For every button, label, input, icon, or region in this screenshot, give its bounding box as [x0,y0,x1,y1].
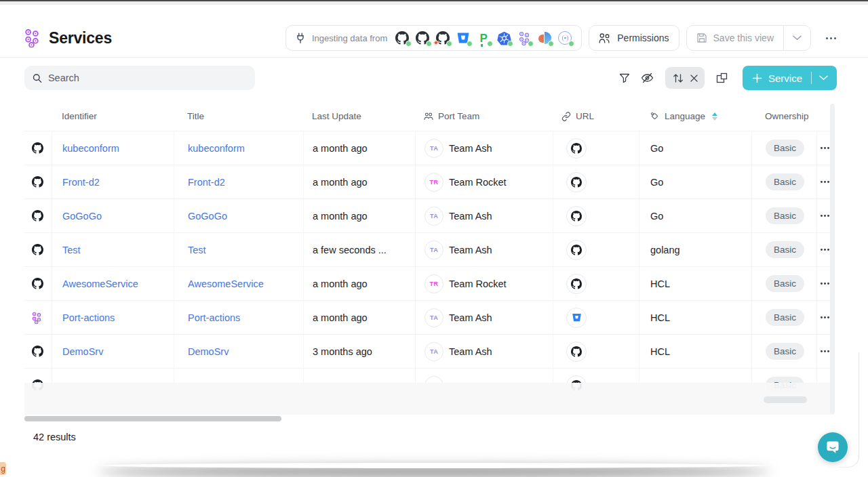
github-icon [571,245,582,255]
table-row[interactable]: DemoSrv DemoSrv 3 months ago TATeam Ash … [24,334,833,368]
url-github-button[interactable] [566,206,587,226]
table-row[interactable]: kubeconform kubeconform a month ago TATe… [24,131,833,165]
column-header-title[interactable]: Title [187,111,204,121]
github-exporter-source-icon[interactable] [435,30,450,45]
status-dot [426,41,432,47]
identifier-link[interactable]: DemoSrv [62,346,103,357]
webhook-source-icon[interactable] [557,30,572,45]
title-link[interactable]: Port-actions [188,312,240,323]
row-more-menu-button[interactable] [821,181,829,183]
title-link[interactable]: AwesomeService [188,278,264,289]
row-more-menu-button[interactable] [821,350,829,352]
permissions-button[interactable]: Permissions [589,25,679,51]
github-icon [571,211,582,222]
github-icon [32,176,43,188]
kubernetes-source-icon[interactable] [496,30,511,45]
search-box[interactable] [24,66,255,90]
clear-sort-icon[interactable] [690,75,698,82]
column-header-ownership[interactable]: Ownership [765,111,809,121]
column-header-identifier[interactable]: Identifier [62,111,97,121]
header-actions: Ingesting data from [285,25,841,51]
bitbucket-source-icon[interactable] [456,30,471,45]
identifier-link[interactable]: Front-d2 [62,177,100,188]
team-avatar: TA [425,139,443,158]
property-icon [650,111,660,121]
title-link[interactable]: DemoSrv [188,346,229,357]
title-link[interactable]: Test [188,245,206,255]
row-more-menu-button[interactable] [821,249,829,251]
github-source-icon[interactable] [395,30,410,45]
insights-source-icon[interactable] [537,30,552,45]
page-more-menu-button[interactable] [821,28,841,48]
save-icon [696,33,707,43]
port-source-icon[interactable] [517,30,532,45]
status-dot [446,41,452,47]
title-link[interactable]: kubeconform [188,143,245,154]
plug-icon [295,33,306,44]
identifier-link[interactable]: GoGoGo [62,211,102,222]
pagerduty-source-icon[interactable]: P [476,30,491,45]
table-row[interactable]: AwesomeService AwesomeService a month ag… [24,266,833,300]
page-header: Services Ingesting data from [24,22,841,54]
chevron-down-icon[interactable] [819,75,828,81]
url-bitbucket-button[interactable] [566,308,587,328]
row-more-menu-button[interactable] [821,147,829,149]
url-github-button[interactable] [566,138,587,159]
group-by-button[interactable] [711,67,734,89]
last-update-value: a month ago [313,177,368,188]
identifier-link[interactable]: AwesomeService [62,278,138,289]
status-dot [487,41,493,47]
services-table: Identifier Title Last Update Port Team [24,102,833,402]
title-link[interactable]: Front-d2 [188,177,225,188]
horizontal-scrollbar-thumb[interactable] [24,416,281,421]
github-source-icon[interactable] [415,30,430,45]
title-link[interactable]: GoGoGo [188,211,227,222]
column-header-last-update[interactable]: Last Update [312,111,361,121]
permissions-label: Permissions [617,33,669,43]
row-more-menu-button[interactable] [821,215,829,217]
table-row[interactable]: Front-d2 Front-d2 a month ago TRTeam Roc… [24,165,833,199]
url-github-button[interactable] [566,274,587,294]
row-more-menu-button[interactable] [821,316,829,318]
url-github-button[interactable] [566,172,587,192]
team-name: Team Ash [449,312,492,323]
table-controls: Service [613,66,837,90]
search-icon [33,73,42,83]
save-view-button[interactable]: Save this view [687,33,783,43]
status-dot [548,41,554,47]
sort-active-chip[interactable] [665,67,705,89]
search-input[interactable] [48,72,247,83]
add-service-button[interactable]: Service [743,66,837,90]
save-view-dropdown-button[interactable] [783,26,810,50]
filter-button[interactable] [613,67,636,89]
table-row[interactable]: GoGoGo GoGoGo a month ago TATeam Ash Go … [24,199,833,232]
language-sort-control[interactable] [712,112,717,121]
ingesting-data-pill[interactable]: Ingesting data from [285,25,582,51]
identifier-link[interactable]: Test [62,245,81,255]
loading-skeleton-bar [764,396,807,403]
people-icon [599,33,611,44]
team-avatar: TA [425,308,443,327]
vertical-scrollbar[interactable] [830,104,835,414]
last-update-value: a month ago [313,278,368,289]
table-row[interactable]: Port-actions Port-actions a month ago TA… [24,300,833,334]
language-value: Go [650,177,663,188]
browser-extension-tag[interactable]: g [0,462,6,475]
table-row[interactable]: Test Test a few seconds ... TATeam Ash g… [24,232,833,266]
row-more-menu-button[interactable] [821,283,829,285]
last-update-value: a few seconds ... [313,245,387,255]
chat-icon [825,439,841,455]
identifier-link[interactable]: Port-actions [62,312,115,323]
status-dot [467,41,473,47]
url-github-button[interactable] [566,240,587,260]
chat-launcher-button[interactable] [818,432,848,462]
hide-properties-button[interactable] [636,67,659,89]
column-header-port-team[interactable]: Port Team [424,111,479,121]
language-value: Go [650,211,663,222]
identifier-link[interactable]: kubeconform [62,143,119,154]
github-icon [571,143,582,154]
url-github-button[interactable] [566,341,587,362]
language-value: HCL [650,278,670,289]
column-header-url[interactable]: URL [561,111,594,121]
column-header-language[interactable]: Language [650,111,717,121]
